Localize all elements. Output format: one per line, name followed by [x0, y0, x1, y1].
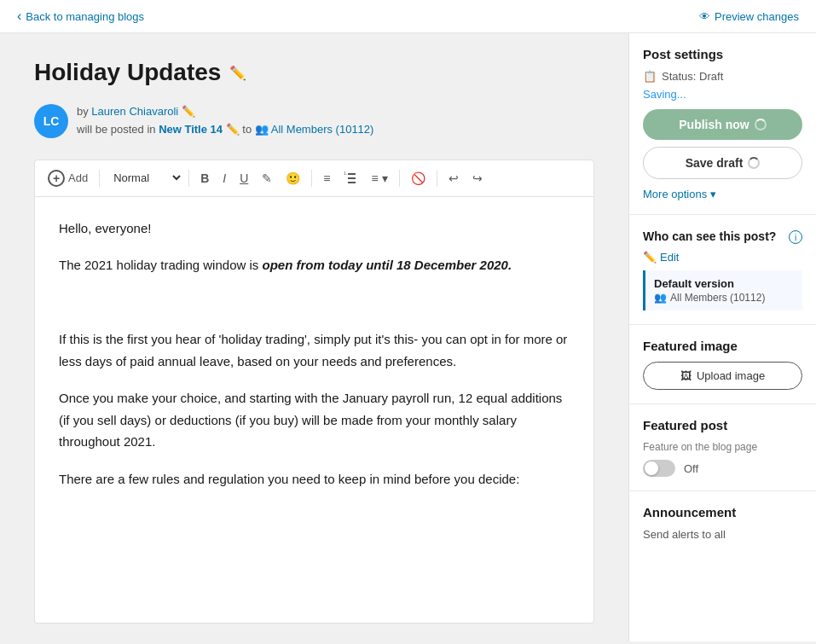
preview-link[interactable]: 👁 Preview changes	[699, 10, 799, 23]
blog-link[interactable]: New Title 14	[159, 123, 223, 136]
who-title: Who can see this post?	[643, 229, 776, 244]
pencil-icon: ✏️	[643, 251, 657, 264]
members-icon: 👥	[255, 121, 269, 139]
author-edit-icon[interactable]: ✏️	[182, 105, 195, 118]
italic-button[interactable]: I	[217, 167, 232, 189]
emoji-button[interactable]: 🙂	[280, 167, 306, 189]
undo-button[interactable]: ↩	[443, 167, 465, 189]
top-bar: Back to managing blogs 👁 Preview changes	[0, 0, 816, 33]
members-link[interactable]: 👥 All Members (10112)	[255, 121, 374, 139]
featured-post-title: Featured post	[643, 418, 802, 432]
underline-button[interactable]: U	[234, 167, 254, 189]
status-text: Status: Draft	[662, 70, 723, 83]
clear-format-button[interactable]: 🚫	[405, 167, 431, 189]
add-button[interactable]: + Add	[42, 165, 94, 191]
publish-button[interactable]: Publish now	[643, 109, 802, 140]
para-1: Hello, everyone!	[59, 218, 570, 240]
author-name-link[interactable]: Lauren Chiavaroli	[91, 105, 178, 118]
svg-rect-2	[348, 182, 356, 183]
save-draft-button[interactable]: Save draft	[643, 147, 802, 179]
status-row: 📋 Status: Draft	[643, 70, 802, 83]
svg-rect-1	[348, 177, 356, 179]
divider-1	[99, 170, 100, 187]
post-settings-title: Post settings	[643, 47, 802, 61]
featured-toggle[interactable]	[643, 460, 675, 477]
divider-2	[188, 170, 189, 187]
featured-image-section: Featured image 🖼 Upload image	[629, 325, 816, 404]
divider-3	[311, 170, 312, 187]
para-3	[59, 292, 570, 314]
svg-rect-0	[348, 173, 356, 175]
post-title: Holiday Updates	[34, 59, 221, 86]
upload-image-button[interactable]: 🖼 Upload image	[643, 362, 802, 390]
sidebar: Post settings 📋 Status: Draft Saving... …	[628, 33, 816, 641]
avatar: LC	[34, 104, 68, 138]
post-title-row: Holiday Updates ✏️	[34, 59, 594, 86]
edit-link[interactable]: ✏️ Edit	[643, 251, 802, 264]
editor-content[interactable]: Hello, everyone! The 2021 holiday tradin…	[34, 197, 594, 624]
version-bar: Default version 👥 All Members (10112)	[643, 270, 802, 310]
version-members: 👥 All Members (10112)	[654, 292, 765, 304]
featured-post-desc: Feature on the blog page	[643, 441, 802, 453]
image-icon: 🖼	[680, 369, 692, 382]
post-settings-section: Post settings 📋 Status: Draft Saving... …	[629, 33, 816, 215]
para-2: The 2021 holiday trading window is open …	[59, 254, 570, 276]
toggle-row: Off	[643, 460, 802, 477]
status-icon: 📋	[643, 70, 657, 83]
marker-button[interactable]: ✎	[256, 167, 278, 189]
members-group-icon: 👥	[654, 292, 667, 304]
announcement-title: Announcement	[643, 505, 802, 519]
divider-4	[399, 170, 400, 187]
chevron-down-icon: ▾	[710, 188, 716, 200]
more-options-button[interactable]: More options ▾	[643, 188, 802, 200]
para-4: If this is the first you hear of 'holida…	[59, 328, 570, 372]
send-alerts-text: Send alerts to all	[643, 528, 802, 541]
divider-5	[437, 170, 437, 187]
saving-text: Saving...	[643, 88, 802, 101]
numbered-list-button[interactable]: 1.	[338, 167, 363, 189]
version-title: Default version	[654, 277, 765, 290]
featured-post-section: Featured post Feature on the blog page O…	[629, 404, 816, 491]
editor-toolbar: + Add Normal Heading 1 Heading 2 Heading…	[34, 160, 594, 197]
who-row: Who can see this post? i	[643, 229, 802, 244]
redo-button[interactable]: ↪	[466, 167, 489, 189]
format-select[interactable]: Normal Heading 1 Heading 2 Heading 3 Quo…	[105, 167, 183, 189]
author-info: by Lauren Chiavaroli ✏️ will be posted i…	[77, 103, 373, 139]
save-spinner	[748, 157, 760, 169]
back-link[interactable]: Back to managing blogs	[17, 9, 144, 24]
align-button[interactable]: ≡ ▾	[365, 167, 393, 189]
announcement-section: Announcement Send alerts to all	[629, 491, 816, 554]
title-edit-icon[interactable]: ✏️	[229, 65, 246, 81]
toggle-label: Off	[684, 462, 698, 475]
featured-image-title: Featured image	[643, 339, 802, 353]
main-layout: Holiday Updates ✏️ LC by Lauren Chiavaro…	[0, 33, 816, 641]
para-5: Once you make your choice, and starting …	[59, 387, 570, 453]
para-6: There are a few rules and regulation you…	[59, 468, 570, 490]
editor-area: Holiday Updates ✏️ LC by Lauren Chiavaro…	[0, 33, 628, 641]
svg-text:1.: 1.	[344, 171, 347, 176]
author-row: LC by Lauren Chiavaroli ✏️ will be poste…	[34, 103, 594, 139]
add-circle-icon: +	[48, 170, 65, 187]
eye-icon: 👁	[699, 10, 710, 23]
toggle-knob	[645, 461, 658, 475]
bullet-list-button[interactable]: ≡	[317, 167, 336, 189]
blog-edit-icon[interactable]: ✏️	[226, 123, 240, 136]
publish-spinner	[755, 119, 767, 131]
bold-button[interactable]: B	[194, 167, 215, 189]
visibility-section: Who can see this post? i ✏️ Edit Default…	[629, 215, 816, 325]
info-icon: i	[789, 230, 802, 244]
